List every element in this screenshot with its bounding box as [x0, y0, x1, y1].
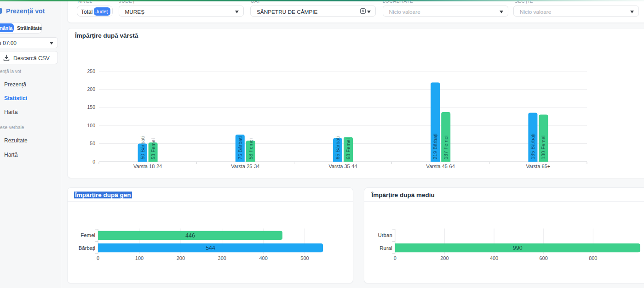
- nivel-option-judet[interactable]: Județ: [94, 7, 110, 16]
- gender-chart-title-selected-text: Împărțire după gen: [74, 192, 132, 198]
- download-icon: [3, 55, 10, 62]
- sidebar-section-prezenta: ență la vot: [0, 69, 21, 74]
- age-chart-title: Împărțire după vârstă: [75, 32, 138, 39]
- country-toggle: mânia Străinătate: [0, 22, 42, 34]
- chevron-down-icon: [50, 42, 53, 45]
- environment-chart-card: Împărțire după mediu: [364, 187, 644, 283]
- sidebar-section-procese: ese-verbale: [0, 125, 24, 130]
- time-select[interactable]: i 07:00: [0, 37, 58, 48]
- sidebar-item-rezultate[interactable]: Rezultate: [4, 137, 28, 144]
- country-toggle-romania-label: mânia: [0, 25, 12, 31]
- gender-chart-card: Împărțire după gen: [67, 187, 353, 283]
- gender-chart-title: Împărțire după gen: [75, 192, 132, 198]
- time-select-value: i 07:00: [0, 40, 17, 46]
- nivel-option-total[interactable]: Total: [81, 9, 92, 15]
- page: Prezență vot mânia Străinătate i 07:00 D…: [0, 0, 644, 288]
- localitate-select[interactable]: Nicio valoare: [383, 6, 508, 17]
- sidebar: Prezență vot mânia Străinătate i 07:00 D…: [0, 0, 61, 288]
- sidebar-item-harta-rezultate[interactable]: Hartă: [4, 152, 17, 158]
- sectie-select-placeholder: Nicio valoare: [520, 9, 551, 15]
- judet-select-value: MUREȘ: [125, 9, 145, 15]
- chevron-down-icon: [235, 11, 239, 13]
- gender-chart-header: Împărțire după gen: [68, 188, 353, 202]
- judet-select[interactable]: MUREȘ: [119, 6, 244, 17]
- age-chart-header: Împărțire după vârstă: [68, 28, 644, 42]
- app-logo-icon: [0, 8, 2, 14]
- sidebar-item-harta-prezenta[interactable]: Hartă: [4, 109, 17, 115]
- environment-chart-header: Împărțire după mediu: [364, 188, 644, 202]
- sectie-select[interactable]: Nicio valoare: [513, 6, 639, 17]
- nivel-option-judet-label: Județ: [96, 9, 108, 14]
- sidebar-item-prezenta[interactable]: Prezență: [4, 81, 26, 88]
- chevron-down-icon: [367, 11, 371, 13]
- app-title: Prezență vot: [6, 7, 45, 15]
- main-content: NIVEL JUDEȚ UAT LOCALITATE SECȚIE Total …: [61, 0, 644, 288]
- environment-chart-title: Împărțire după mediu: [372, 192, 435, 198]
- sidebar-item-statistici[interactable]: Statistici: [4, 95, 27, 102]
- filter-bar: NIVEL JUDEȚ UAT LOCALITATE SECȚIE Total …: [67, 0, 644, 23]
- download-csv-button[interactable]: Descarcă CSV: [0, 51, 58, 64]
- country-toggle-romania[interactable]: mânia: [0, 23, 14, 32]
- age-chart-card: Împărțire după vârstă: [67, 28, 644, 178]
- nivel-segmented-control: Total Județ: [77, 6, 113, 17]
- chevron-down-icon: [500, 11, 503, 13]
- uat-select[interactable]: SÂNPETRU DE CÂMPIE: [250, 6, 376, 17]
- download-csv-label: Descarcă CSV: [13, 55, 50, 62]
- chevron-down-icon: [630, 11, 634, 13]
- clear-icon[interactable]: [360, 8, 366, 14]
- uat-select-value: SÂNPETRU DE CÂMPIE: [257, 9, 317, 15]
- progress-bar: [0, 0, 644, 1]
- localitate-select-placeholder: Nicio valoare: [389, 9, 420, 15]
- country-toggle-strainatate[interactable]: Străinătate: [17, 25, 42, 31]
